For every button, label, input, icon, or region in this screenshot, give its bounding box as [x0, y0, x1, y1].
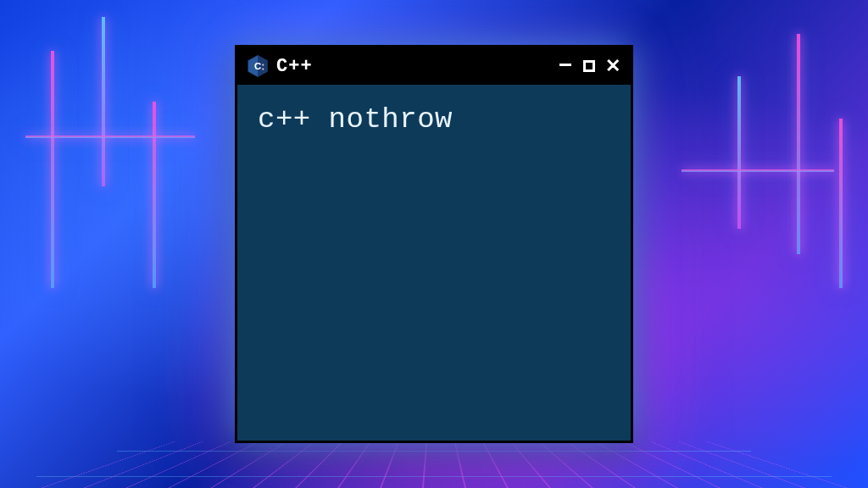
window-controls: ✕: [556, 57, 622, 75]
terminal-window: C + + C++ ✕ c++ nothrow: [235, 45, 633, 443]
neon-line: [153, 102, 156, 288]
window-title: C++: [276, 56, 549, 77]
maximize-button[interactable]: [580, 57, 598, 75]
neon-line: [839, 119, 843, 288]
minimize-button[interactable]: [556, 57, 575, 75]
content-text: c++ nothrow: [258, 103, 453, 136]
neon-line: [51, 51, 54, 288]
terminal-content[interactable]: c++ nothrow: [237, 85, 631, 154]
grid-floor: [0, 441, 868, 488]
svg-text:C: C: [254, 61, 261, 71]
neon-line: [25, 136, 195, 138]
neon-line: [102, 17, 105, 186]
neon-line: [682, 169, 834, 172]
svg-text:+: +: [262, 67, 264, 71]
neon-line: [797, 34, 800, 254]
close-button[interactable]: ✕: [604, 57, 622, 75]
cpp-logo-icon: C + +: [246, 54, 270, 78]
neon-line: [737, 76, 741, 229]
titlebar[interactable]: C + + C++ ✕: [237, 47, 631, 85]
